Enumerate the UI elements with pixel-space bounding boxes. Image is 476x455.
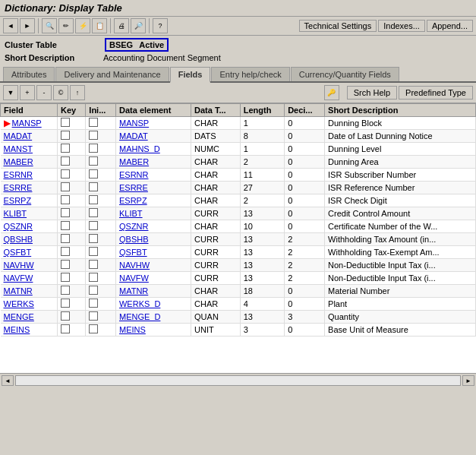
append-btn[interactable]: Append... [427,20,473,32]
table-row[interactable]: ▶ MANSPMANSPCHAR10Dunning Block [1,117,476,130]
display-btn[interactable]: 🔍 [42,18,57,33]
table-row[interactable]: MANSTMAHNS_DNUMC10Dunning Level [1,143,476,156]
field-name-link[interactable]: NAVHW [4,261,34,270]
field-name-link[interactable]: MENGE [4,312,34,321]
field-name-link[interactable]: WERKS [4,299,34,308]
field-name-link[interactable]: ESRPZ [4,196,32,205]
forward-btn[interactable]: ► [20,18,35,33]
find-btn[interactable]: 🔎 [131,18,146,33]
data-element-link[interactable]: QSZNR [119,222,149,231]
field-name-link[interactable]: MEINS [4,325,30,334]
key-checkbox[interactable] [61,169,70,179]
ini-checkbox[interactable] [89,299,98,308]
key-checkbox[interactable] [61,273,70,282]
table-row[interactable]: MENGEMENGE_DQUAN133Quantity [1,311,476,324]
ini-checkbox[interactable] [89,324,98,333]
key-checkbox[interactable] [61,311,70,321]
print-btn[interactable]: 🖨 [114,18,129,33]
data-element-link[interactable]: QSFBT [119,248,147,257]
ini-checkbox[interactable] [89,118,98,127]
ini-checkbox[interactable] [89,260,98,269]
table-row[interactable]: QSFBTQSFBTCURR132Withholding Tax-Exempt … [1,246,476,259]
table-row[interactable]: NAVFWNAVFWCURR132Non-Deductible Input Ta… [1,272,476,285]
data-element-link[interactable]: MENGE_D [119,312,160,321]
table-row[interactable]: ESRREESRRECHAR270ISR Reference Number [1,182,476,194]
field-name-link[interactable]: MADAT [4,131,33,141]
delete-row-icon[interactable]: - [36,85,52,100]
key-checkbox[interactable] [61,221,70,230]
table-row[interactable]: QSZNRQSZNRCHAR100Certificate Number of t… [1,220,476,233]
data-element-link[interactable]: MABER [119,157,149,166]
data-element-link[interactable]: KLIBT [119,209,143,218]
field-name-link[interactable]: MABER [4,157,33,166]
tab-entry-help[interactable]: Entry help/check [211,67,289,81]
ini-checkbox[interactable] [89,131,98,140]
data-element-link[interactable]: ESRRE [119,183,148,192]
predefined-type-btn[interactable]: Predefined Type [399,86,473,100]
data-element-link[interactable]: ESRNR [119,170,149,179]
copy-icon[interactable]: © [53,85,68,100]
ini-checkbox[interactable] [89,169,98,179]
ini-checkbox[interactable] [89,144,98,153]
table-row[interactable]: MATNRMATNRCHAR180Material Number [1,285,476,298]
ini-checkbox[interactable] [89,247,98,256]
key-checkbox[interactable] [61,195,70,204]
ini-checkbox[interactable] [89,273,98,282]
data-element-link[interactable]: QBSHB [119,235,149,244]
data-element-link[interactable]: NAVFW [119,273,149,283]
data-element-link[interactable]: ESRPZ [119,196,147,205]
ini-checkbox[interactable] [89,221,98,230]
data-element-link[interactable]: MEINS [119,325,146,334]
fields-table-container[interactable]: Field Key Ini... Data element Data T... … [0,103,476,373]
srch-help-btn[interactable]: Srch Help [347,86,397,100]
data-element-link[interactable]: MANSP [119,118,149,128]
key-checkbox[interactable] [61,156,70,166]
field-name-link[interactable]: QBSHB [4,235,33,244]
key-checkbox[interactable] [61,131,70,140]
data-element-link[interactable]: MATNR [119,286,148,295]
technical-settings-btn[interactable]: Technical Settings [299,20,377,32]
data-element-link[interactable]: MAHNS_D [119,144,160,153]
key-checkbox[interactable] [61,182,70,191]
key-checkbox[interactable] [61,324,70,333]
table-row[interactable]: MEINSMEINSUNIT30Base Unit of Measure [1,324,476,337]
key-checkbox[interactable] [61,247,70,256]
ini-checkbox[interactable] [89,311,98,321]
activate-btn[interactable]: ⚡ [75,18,90,33]
table-row[interactable]: MADATMADATDATS80Date of Last Dunning Not… [1,130,476,143]
ini-checkbox[interactable] [89,286,98,295]
table-row[interactable]: NAVHWNAVHWCURR132Non-Deductible Input Ta… [1,259,476,272]
scroll-right-btn[interactable]: ► [462,375,474,386]
tab-delivery[interactable]: Delivery and Maintenance [55,67,169,81]
tab-attributes[interactable]: Attributes [3,67,55,81]
table-row[interactable]: MABERMABERCHAR20Dunning Area [1,156,476,169]
data-element-link[interactable]: WERKS_D [119,299,160,308]
scroll-left-btn[interactable]: ◄ [2,375,14,386]
scroll-track[interactable] [15,375,461,386]
field-name-link[interactable]: MANSP [12,118,42,128]
key-checkbox[interactable] [61,118,70,127]
back-btn[interactable]: ◄ [3,18,18,33]
field-name-link[interactable]: ESRRE [4,183,33,192]
ini-checkbox[interactable] [89,195,98,204]
key-icon[interactable]: 🔑 [324,85,339,100]
key-checkbox[interactable] [61,299,70,308]
field-name-link[interactable]: QSZNR [4,222,33,231]
insert-row-icon[interactable]: + [20,85,35,100]
move-up-icon[interactable]: ↑ [70,85,85,100]
horizontal-scrollbar[interactable]: ◄ ► [0,373,476,387]
filter-icon[interactable]: ▼ [3,85,18,100]
ini-checkbox[interactable] [89,234,98,243]
field-name-link[interactable]: KLIBT [4,209,27,218]
tab-currency[interactable]: Currency/Quantity Fields [291,67,399,81]
indexes-btn[interactable]: Indexes... [378,20,425,32]
ini-checkbox[interactable] [89,208,98,217]
edit-btn[interactable]: ✏ [58,18,74,33]
table-row[interactable]: ESRNRESRNRCHAR110ISR Subscriber Number [1,169,476,182]
table-row[interactable]: WERKSWERKS_DCHAR40Plant [1,298,476,311]
table-row[interactable]: KLIBTKLIBTCURR130Credit Control Amount [1,207,476,220]
key-checkbox[interactable] [61,234,70,243]
key-checkbox[interactable] [61,144,70,153]
field-name-link[interactable]: NAVFW [4,273,33,283]
where-used-btn[interactable]: 📋 [92,18,107,33]
